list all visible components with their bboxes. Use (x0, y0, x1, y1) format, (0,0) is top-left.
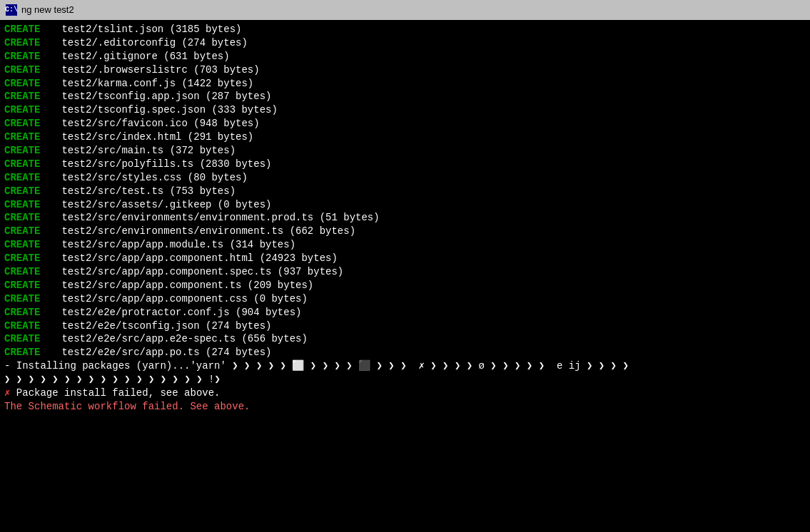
create-label: CREATE (4, 63, 56, 77)
file-path: test2/src/app/app.module.ts (314 bytes) (56, 238, 295, 252)
create-label: CREATE (4, 50, 56, 63)
terminal-icon: C:\ (6, 4, 17, 16)
create-label: CREATE (4, 103, 56, 117)
file-path: test2/src/styles.css (80 bytes) (56, 171, 248, 185)
create-label: CREATE (4, 238, 56, 252)
file-path: test2/e2e/src/app.e2e-spec.ts (656 bytes… (56, 332, 308, 346)
create-label: CREATE (4, 90, 56, 103)
create-label: CREATE (4, 306, 56, 319)
file-path: test2/src/index.html (291 bytes) (56, 131, 253, 144)
terminal-line: CREATE test2/src/app/app.component.ts (2… (4, 279, 806, 292)
terminal-line: CREATE test2/tsconfig.spec.json (333 byt… (4, 103, 806, 117)
terminal-line: CREATE test2/e2e/tsconfig.json (274 byte… (4, 319, 806, 333)
file-path: test2/src/app/app.component.css (0 bytes… (56, 292, 308, 306)
file-path: test2/karma.conf.js (1422 bytes) (56, 77, 253, 91)
terminal-line: CREATE test2/src/index.html (291 bytes) (4, 131, 806, 144)
title-bar: C:\ ng new test2 (0, 0, 810, 20)
error-message: Package install failed, see above. (10, 387, 220, 400)
terminal-line: CREATE test2/src/environments/environmen… (4, 225, 806, 238)
file-path: test2/tsconfig.app.json (287 bytes) (56, 90, 271, 103)
terminal-line: ❯ ❯ ❯ ❯ ❯ ❯ ❯ ❯ ❯ ❯ ❯ ❯ ❯ ❯ ❯ ❯ ❯ !❯ (4, 373, 806, 387)
terminal-line: CREATE test2/src/polyfills.ts (2830 byte… (4, 158, 806, 171)
create-label: CREATE (4, 144, 56, 158)
file-path: test2/src/environments/environment.ts (6… (56, 225, 355, 238)
terminal-line: CREATE test2/.editorconfig (274 bytes) (4, 36, 806, 50)
file-path: test2/src/app/app.component.spec.ts (937… (56, 265, 343, 279)
create-label: CREATE (4, 117, 56, 131)
terminal-line: CREATE test2/tsconfig.app.json (287 byte… (4, 90, 806, 103)
create-label: CREATE (4, 319, 56, 333)
file-path: test2/src/test.ts (753 bytes) (56, 185, 236, 198)
terminal-line: CREATE test2/src/app/app.module.ts (314 … (4, 238, 806, 252)
file-path: test2/src/favicon.ico (948 bytes) (56, 117, 260, 131)
file-path: test2/src/app/app.component.ts (209 byte… (56, 279, 313, 292)
terminal-line: CREATE test2/e2e/src/app.e2e-spec.ts (65… (4, 332, 806, 346)
file-path: test2/src/environments/environment.prod.… (56, 211, 380, 225)
terminal-line: CREATE test2/src/app/app.component.spec.… (4, 265, 806, 279)
terminal-line: CREATE test2/src/test.ts (753 bytes) (4, 185, 806, 198)
terminal-line: CREATE test2/.browserslistrc (703 bytes) (4, 63, 806, 77)
create-label: CREATE (4, 77, 56, 91)
terminal-line: CREATE test2/src/app/app.component.html … (4, 252, 806, 265)
create-label: CREATE (4, 279, 56, 292)
terminal: CREATE test2/tslint.json (3185 bytes)CRE… (0, 20, 810, 532)
terminal-line: CREATE test2/src/favicon.ico (948 bytes) (4, 117, 806, 131)
terminal-line: - Installing packages (yarn)...'yarn' ❯ … (4, 359, 806, 373)
terminal-line: CREATE test2/tslint.json (3185 bytes) (4, 23, 806, 36)
create-label: CREATE (4, 332, 56, 346)
terminal-line: CREATE test2/karma.conf.js (1422 bytes) (4, 77, 806, 91)
terminal-line: ✗ Package install failed, see above. (4, 387, 806, 400)
file-path: test2/src/app/app.component.html (24923 … (56, 252, 338, 265)
file-path: test2/.browserslistrc (703 bytes) (56, 63, 260, 77)
terminal-line: CREATE test2/src/styles.css (80 bytes) (4, 171, 806, 185)
file-path: test2/e2e/src/app.po.ts (274 bytes) (56, 346, 271, 359)
create-label: CREATE (4, 171, 56, 185)
terminal-line: CREATE test2/src/assets/.gitkeep (0 byte… (4, 198, 806, 212)
terminal-line: The Schematic workflow failed. See above… (4, 400, 806, 414)
installing-text: - Installing packages (yarn)...'yarn' ❯ … (4, 359, 629, 373)
file-path: test2/tsconfig.spec.json (333 bytes) (56, 103, 278, 117)
create-label: CREATE (4, 185, 56, 198)
file-path: test2/tslint.json (3185 bytes) (56, 23, 241, 36)
create-label: CREATE (4, 198, 56, 212)
file-path: test2/e2e/protractor.conf.js (904 bytes) (56, 306, 301, 319)
create-label: CREATE (4, 265, 56, 279)
create-label: CREATE (4, 225, 56, 238)
terminal-line: CREATE test2/src/environments/environmen… (4, 211, 806, 225)
file-path: test2/src/polyfills.ts (2830 bytes) (56, 158, 271, 171)
create-label: CREATE (4, 252, 56, 265)
terminal-line: CREATE test2/e2e/src/app.po.ts (274 byte… (4, 346, 806, 359)
create-label: CREATE (4, 158, 56, 171)
create-label: CREATE (4, 131, 56, 144)
file-path: test2/src/assets/.gitkeep (0 bytes) (56, 198, 271, 212)
terminal-line: CREATE test2/src/app/app.component.css (… (4, 292, 806, 306)
title-text: ng new test2 (21, 4, 74, 16)
file-path: test2/src/main.ts (372 bytes) (56, 144, 236, 158)
terminal-line: CREATE test2/e2e/protractor.conf.js (904… (4, 306, 806, 319)
create-label: CREATE (4, 23, 56, 36)
terminal-line: CREATE test2/src/main.ts (372 bytes) (4, 144, 806, 158)
garbled-text: ❯ ❯ ❯ ❯ ❯ ❯ ❯ ❯ ❯ ❯ ❯ ❯ ❯ ❯ ❯ ❯ ❯ !❯ (4, 373, 221, 387)
error-prefix: ✗ (4, 387, 10, 400)
terminal-line: CREATE test2/.gitignore (631 bytes) (4, 50, 806, 63)
create-label: CREATE (4, 36, 56, 50)
file-path: test2/e2e/tsconfig.json (274 bytes) (56, 319, 271, 333)
schematic-error-text: The Schematic workflow failed. See above… (4, 400, 250, 414)
file-path: test2/.editorconfig (274 bytes) (56, 36, 248, 50)
create-label: CREATE (4, 346, 56, 359)
create-label: CREATE (4, 292, 56, 306)
file-path: test2/.gitignore (631 bytes) (56, 50, 230, 63)
create-label: CREATE (4, 211, 56, 225)
